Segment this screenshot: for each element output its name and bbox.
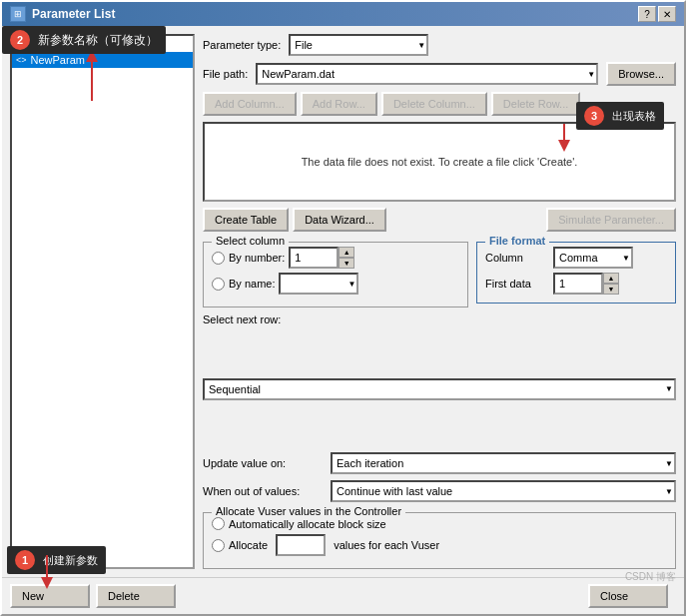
- manual-allocate-radio[interactable]: [212, 539, 225, 552]
- left-panel: 2 新参数名称（可修改） <> studentData <> NewParam: [10, 34, 195, 569]
- right-panel: Parameter type: File File path: NewParam…: [195, 26, 684, 577]
- first-data-up[interactable]: ▲: [603, 273, 619, 284]
- file-path-select-wrapper: NewParam.dat: [256, 63, 598, 85]
- create-table-button[interactable]: Create Table: [203, 208, 289, 232]
- watermark: CSDN 博客: [625, 570, 676, 584]
- annotation-2-text: 新参数名称（可修改）: [38, 32, 158, 49]
- sequential-select[interactable]: Sequential: [203, 378, 676, 400]
- title-bar-left: ⊞ Parameter List: [10, 6, 115, 22]
- window-title: Parameter List: [32, 7, 115, 21]
- delete-button[interactable]: Delete: [96, 584, 176, 608]
- by-name-radio[interactable]: [212, 278, 225, 291]
- arrow-3: [544, 124, 584, 154]
- manual-allocate-row: Allocate values for each Vuser: [212, 534, 667, 556]
- file-path-input[interactable]: NewParam.dat: [256, 63, 598, 85]
- message-text: The data file does not exist. To create …: [302, 156, 578, 168]
- by-number-spinbox: ▲ ▼: [289, 247, 354, 269]
- out-of-values-label: When out of values:: [203, 485, 323, 497]
- main-content: 2 新参数名称（可修改） <> studentData <> NewParam: [2, 26, 684, 577]
- first-data-spin: ▲ ▼: [603, 273, 619, 295]
- two-cols: Select column By number: ▲ ▼: [203, 238, 676, 308]
- annotation-2: 2 新参数名称（可修改）: [2, 26, 166, 54]
- out-of-values-row: When out of values: Continue with last v…: [203, 480, 676, 502]
- file-format-group: File format Column Comma First data: [476, 238, 676, 308]
- first-data-spinbox: ▲ ▼: [553, 273, 619, 295]
- help-button[interactable]: ?: [638, 6, 656, 22]
- window-icon: ⊞: [10, 6, 26, 22]
- column-label: Column: [485, 252, 545, 264]
- out-of-values-select[interactable]: Continue with last value: [331, 480, 676, 502]
- by-number-radio[interactable]: [212, 252, 225, 265]
- bottom-buttons: 1 创建新参数 New Delete Close: [2, 577, 684, 614]
- column-select[interactable]: Comma: [553, 247, 633, 269]
- tree-label-newparam: NewParam: [31, 54, 85, 66]
- first-data-row: First data ▲ ▼: [485, 273, 667, 295]
- param-type-select-wrapper: File: [289, 34, 428, 56]
- browse-button[interactable]: Browse...: [606, 62, 676, 86]
- update-label: Update value on:: [203, 457, 323, 469]
- by-number-input[interactable]: [289, 247, 339, 269]
- auto-allocate-row: Automatically allocate block size: [212, 517, 667, 530]
- file-format-box: File format Column Comma First data: [476, 242, 676, 304]
- parameter-list-window: ⊞ Parameter List ? ✕ 2 新参数名称（可修改） <> stu…: [0, 0, 686, 616]
- param-type-row: Parameter type: File: [203, 34, 676, 56]
- by-name-select-wrapper: [279, 273, 358, 295]
- update-value-row: Update value on: Each iteration: [203, 452, 676, 474]
- select-column-title: Select column: [212, 235, 289, 247]
- select-next-row-label: Select next row:: [203, 313, 281, 325]
- allocate-group: Allocate Vuser values in the Controller …: [203, 512, 676, 569]
- by-number-up[interactable]: ▲: [339, 247, 354, 258]
- param-type-label: Parameter type:: [203, 39, 281, 51]
- first-data-down[interactable]: ▼: [603, 284, 619, 295]
- select-next-row: Select next row:: [203, 313, 676, 325]
- message-area: The data file does not exist. To create …: [203, 122, 676, 202]
- tree-icon-2: <>: [16, 55, 27, 65]
- allocate-value-input[interactable]: [276, 534, 326, 556]
- annotation-3: 3 出现表格: [576, 102, 664, 130]
- by-number-label: By number:: [229, 252, 285, 264]
- file-path-label: File path:: [203, 68, 248, 80]
- data-wizard-button[interactable]: Data Wizard...: [293, 208, 386, 232]
- annotation-3-text: 出现表格: [612, 109, 656, 124]
- update-select-wrapper: Each iteration: [331, 452, 676, 474]
- file-format-title: File format: [485, 235, 549, 247]
- select-column-group: Select column By number: ▲ ▼: [203, 238, 468, 308]
- close-button[interactable]: ✕: [658, 6, 676, 22]
- manual-allocate-suffix: values for each Vuser: [334, 539, 439, 551]
- first-data-input[interactable]: [553, 273, 603, 295]
- param-type-select[interactable]: File: [289, 34, 428, 56]
- update-select[interactable]: Each iteration: [331, 452, 676, 474]
- file-path-row: File path: NewParam.dat Browse...: [203, 62, 676, 86]
- column-row: Column Comma: [485, 247, 667, 269]
- delete-column-button[interactable]: Delete Column...: [381, 92, 487, 116]
- first-data-label: First data: [485, 278, 545, 290]
- out-of-values-select-wrapper: Continue with last value: [331, 480, 676, 502]
- delete-row-button[interactable]: Delete Row...: [491, 92, 580, 116]
- close-bottom-button[interactable]: Close: [588, 584, 668, 608]
- annotation-3-num: 3: [584, 106, 604, 126]
- simulate-button[interactable]: Simulate Parameter...: [546, 208, 676, 232]
- annotation-2-num: 2: [10, 30, 30, 50]
- by-name-select[interactable]: [279, 273, 358, 295]
- title-buttons: ? ✕: [638, 6, 676, 22]
- by-number-spin: ▲ ▼: [339, 247, 354, 269]
- by-name-label: By name:: [229, 278, 275, 290]
- by-name-row: By name:: [212, 273, 459, 295]
- by-number-down[interactable]: ▼: [339, 258, 354, 269]
- sequential-select-wrapper: Sequential: [203, 331, 676, 446]
- by-number-row: By number: ▲ ▼: [212, 247, 459, 269]
- add-row-button[interactable]: Add Row...: [301, 92, 377, 116]
- arrow-1: [27, 555, 77, 590]
- title-bar: ⊞ Parameter List ? ✕: [2, 2, 684, 26]
- manual-allocate-label: Allocate: [229, 539, 268, 551]
- select-column-box: Select column By number: ▲ ▼: [203, 242, 468, 308]
- column-select-wrapper: Comma: [553, 247, 633, 269]
- action-buttons: Create Table Data Wizard... Simulate Par…: [203, 208, 676, 232]
- auto-allocate-radio[interactable]: [212, 517, 225, 530]
- allocate-title: Allocate Vuser values in the Controller: [212, 505, 405, 517]
- auto-allocate-label: Automatically allocate block size: [229, 518, 386, 530]
- tree-item-newparam[interactable]: <> NewParam: [12, 52, 193, 68]
- add-column-button[interactable]: Add Column...: [203, 92, 297, 116]
